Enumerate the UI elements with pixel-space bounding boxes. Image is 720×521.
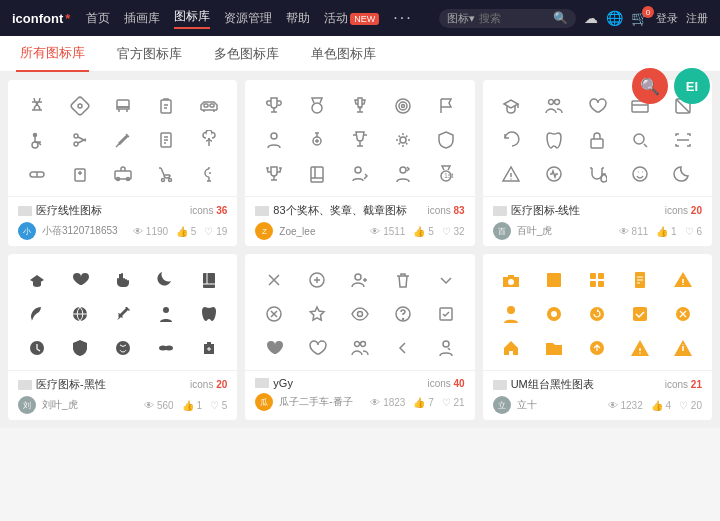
icon-trash — [389, 266, 417, 294]
icon-book1 — [303, 160, 331, 188]
subnav-official[interactable]: 官方图标库 — [113, 36, 186, 72]
icon-undo — [497, 126, 525, 154]
card-tag-icon — [18, 206, 32, 216]
register-link[interactable]: 注册 — [686, 11, 708, 26]
icon-ambulance — [109, 160, 137, 188]
card-stats-4: 👁 560 👍 1 ♡ 5 — [144, 400, 227, 411]
icon-bandaid — [66, 92, 94, 120]
fab-user-avatar[interactable]: EI — [674, 68, 710, 104]
search-type[interactable]: 图标▾ — [447, 11, 475, 26]
card-title-4: 医疗图标-黑性 — [18, 377, 106, 392]
icon-medal3: 1st — [432, 160, 460, 188]
card-meta-6: 立 立十 👁 1232 👍 4 ♡ 20 — [493, 396, 702, 414]
icon-stroller — [152, 160, 180, 188]
search-input[interactable] — [479, 12, 549, 24]
card-meta-3: 百 百叶_虎 👁 811 👍 1 ♡ 6 — [493, 222, 702, 240]
nav-home[interactable]: 首页 — [86, 10, 110, 27]
card-meta-4: 刘 刘叶_虎 👁 560 👍 1 ♡ 5 — [18, 396, 227, 414]
svg-rect-0 — [70, 96, 90, 116]
svg-text:1st: 1st — [444, 172, 453, 179]
icon-leaf — [23, 300, 51, 328]
subnav-multicolor[interactable]: 多色图标库 — [210, 36, 283, 72]
subnav-single[interactable]: 单色图标库 — [307, 36, 380, 72]
icon-user-add — [346, 266, 374, 294]
icon-person1 — [260, 126, 288, 154]
svg-point-35 — [634, 134, 644, 144]
icon-emoji — [626, 160, 654, 188]
nav-icons[interactable]: 图标库 — [174, 8, 210, 29]
card-tag-icon-5 — [255, 378, 269, 388]
icon-shield1 — [432, 126, 460, 154]
upload-icon[interactable]: ☁ — [584, 10, 598, 26]
card-username-3: 百叶_虎 — [517, 224, 553, 238]
card-title-row-1: 医疗线性图标 icons 36 — [18, 203, 227, 218]
icon-box-o — [540, 266, 568, 294]
svg-point-20 — [399, 102, 407, 110]
svg-point-37 — [633, 167, 647, 181]
icon-checkbox — [432, 300, 460, 328]
nav-activity[interactable]: 活动NEW — [324, 10, 379, 27]
card-icons-preview-4 — [8, 254, 237, 370]
subnav-all[interactable]: 所有图标库 — [16, 36, 89, 72]
svg-rect-57 — [598, 273, 604, 279]
svg-point-46 — [355, 274, 361, 280]
card-title-text: 医疗线性图标 — [36, 203, 102, 218]
search-box[interactable]: 图标▾ 🔍 — [439, 9, 576, 28]
svg-point-6 — [32, 142, 38, 148]
icon-dentist — [195, 334, 223, 362]
card-title-5: yGy — [255, 377, 293, 389]
svg-point-7 — [33, 134, 36, 137]
card-icon-count-6: icons 21 — [665, 379, 702, 390]
icon-check-o — [626, 300, 654, 328]
card-icon-count-1: icons 36 — [190, 205, 227, 216]
card-title-1: 医疗线性图标 — [18, 203, 102, 218]
svg-rect-38 — [203, 273, 215, 288]
icon-person4 — [152, 300, 180, 328]
svg-rect-25 — [311, 167, 323, 182]
svg-point-48 — [357, 312, 362, 317]
icon-medical2 — [66, 160, 94, 188]
nav-more[interactable]: ··· — [393, 9, 412, 27]
card-stats-6: 👁 1232 👍 4 ♡ 20 — [608, 400, 702, 411]
card-stats-3: 👁 811 👍 1 ♡ 6 — [619, 226, 702, 237]
downloads-1: 👁 1190 — [133, 226, 168, 237]
svg-point-16 — [161, 179, 164, 182]
icon-iv — [195, 160, 223, 188]
svg-rect-5 — [210, 104, 214, 107]
navbar: iconfont* 首页 插画库 图标库 资源管理 帮助 活动NEW ··· 图… — [0, 0, 720, 36]
nav-resources[interactable]: 资源管理 — [224, 10, 272, 27]
card-stats-2: 👁 1511 👍 5 ♡ 32 — [370, 226, 464, 237]
card-stats-1: 👁 1190 👍 5 ♡ 19 — [133, 226, 227, 237]
svg-point-54 — [443, 341, 449, 347]
icon-chevron-down — [432, 266, 460, 294]
icon-close — [260, 266, 288, 294]
card-title-6: UM组台黑性图表 — [493, 377, 594, 392]
card-username-5: 瓜子二手车-番子 — [279, 395, 352, 409]
card-medical-linear: 医疗图标-线性 icons 20 百 百叶_虎 👁 811 👍 1 ♡ 6 — [483, 80, 712, 246]
icon-trophy3 — [260, 160, 288, 188]
svg-point-18 — [312, 103, 322, 113]
icon-medal1 — [303, 92, 331, 120]
icon-globe — [66, 300, 94, 328]
card-footer-6: UM组台黑性图表 icons 21 立 立十 👁 1232 👍 4 ♡ 20 — [483, 370, 712, 420]
card-footer-4: 医疗图标-黑性 icons 20 刘 刘叶_虎 👁 560 👍 1 ♡ 5 — [8, 370, 237, 420]
card-tag-icon-6 — [493, 380, 507, 390]
card-medical-solid: 医疗图标-黑性 icons 20 刘 刘叶_虎 👁 560 👍 1 ♡ 5 — [8, 254, 237, 420]
icon-target1 — [389, 92, 417, 120]
nav-help[interactable]: 帮助 — [286, 10, 310, 27]
svg-point-24 — [400, 137, 406, 143]
nav-illustration[interactable]: 插画库 — [124, 10, 160, 27]
icon-bed — [195, 92, 223, 120]
svg-rect-56 — [590, 273, 596, 279]
likes-6: 👍 4 — [651, 400, 671, 411]
card-icon-count-4: icons 20 — [190, 379, 227, 390]
favorites-4: ♡ 5 — [210, 400, 227, 411]
favorites-3: ♡ 6 — [685, 226, 702, 237]
fab-search-button[interactable]: 🔍 — [632, 68, 668, 104]
card-title-row-2: 83个奖杯、奖章、截章图标 icons 83 — [255, 203, 464, 218]
card-title-row-3: 医疗图标-线性 icons 20 — [493, 203, 702, 218]
global-icon[interactable]: 🌐 — [606, 10, 623, 26]
likes-4: 👍 1 — [182, 400, 202, 411]
icon-chevron-left — [389, 334, 417, 362]
login-link[interactable]: 登录 — [656, 11, 678, 26]
